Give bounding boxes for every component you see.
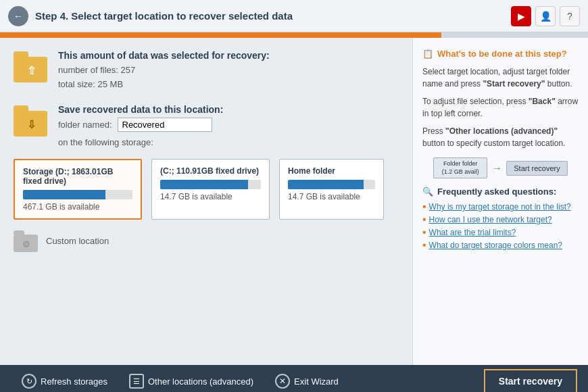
refresh-label: Refresh storages <box>41 376 107 387</box>
storage-c-title: (C:; 110.91GB fixed drive) <box>160 166 261 176</box>
storage-options: Storage (D:; 1863.01GB fixed drive) 467.… <box>14 159 399 220</box>
left-panel: ⇧ This amount of data was selected for r… <box>0 38 412 365</box>
custom-location[interactable]: ⚙ Custom location <box>14 229 399 252</box>
other-locations-icon: ☰ <box>129 374 144 389</box>
main-content: ⇧ This amount of data was selected for r… <box>0 38 588 365</box>
help-button[interactable]: ? <box>560 6 580 26</box>
other-locations-button[interactable]: ☰ Other locations (advanced) <box>118 365 264 392</box>
save-section: ⇩ Save recovered data to this location: … <box>14 104 399 150</box>
step-label: Step 4. <box>35 10 71 22</box>
preview-start-recovery-button[interactable]: Start recovery <box>506 161 567 176</box>
right-desc3: Press "Other locations (advanced)" butto… <box>422 125 579 149</box>
back-button[interactable]: ← <box>8 6 28 26</box>
refresh-storages-button[interactable]: ↻ Refresh storages <box>11 365 118 392</box>
folder-download-icon: ⇩ <box>14 104 49 137</box>
faq-link-4[interactable]: What do target storage colors mean? <box>429 241 562 250</box>
what-title: What's to be done at this step? <box>437 49 567 59</box>
start-recovery-button[interactable]: Start recovery <box>484 369 577 392</box>
refresh-icon: ↻ <box>22 374 36 389</box>
right-panel: 📋 What's to be done at this step? Select… <box>412 38 588 365</box>
footer: ↻ Refresh storages ☰ Other locations (ad… <box>0 365 588 392</box>
header-icons: ▶ 👤 ? <box>511 6 580 26</box>
storage-c-available: 14.7 GB is available <box>160 192 261 201</box>
storage-home-bar-bg <box>288 180 375 189</box>
storage-home-available: 14.7 GB is available <box>288 192 375 201</box>
files-info: number of files: 257 <box>58 64 270 78</box>
data-selected-text: This amount of data was selected for rec… <box>58 50 270 92</box>
data-selected-title: This amount of data was selected for rec… <box>58 50 270 61</box>
faq-item-2: • How can I use the network target? <box>422 215 579 225</box>
storage-d-bar-bg <box>23 190 132 199</box>
progress-bar <box>0 32 588 38</box>
folder-name-input[interactable] <box>118 118 212 132</box>
save-title: Save recovered data to this location: <box>58 104 223 115</box>
right-desc1: Select target location, adjust target fo… <box>422 66 579 90</box>
storage-home-bar-fill <box>288 180 364 189</box>
save-section-text: Save recovered data to this location: fo… <box>58 104 223 150</box>
faq-link-2[interactable]: How can I use the network target? <box>429 215 552 224</box>
other-locations-label: Other locations (advanced) <box>148 376 253 387</box>
right-content: Select target location, adjust target fo… <box>422 66 579 149</box>
storage-label: on the following storage: <box>58 136 223 150</box>
faq-title-text: Frequently asked questions: <box>437 187 556 197</box>
exit-label: Exit Wizard <box>294 376 339 387</box>
folder-name-row: folder named: <box>58 118 223 132</box>
faq-dot-2: • <box>422 214 426 225</box>
right-preview: Folder folder(1.2 GB avail) → Start reco… <box>422 157 579 178</box>
storage-card-d[interactable]: Storage (D:; 1863.01GB fixed drive) 467.… <box>14 159 142 220</box>
what-icon: 📋 <box>422 49 433 59</box>
custom-location-label: Custom location <box>46 236 109 246</box>
faq-item-4: • What do target storage colors mean? <box>422 241 579 251</box>
right-desc2: To adjust file selection, press "Back" a… <box>422 95 579 120</box>
header-title: Step 4. Select target location to recove… <box>35 10 293 22</box>
preview-folder-button[interactable]: Folder folder(1.2 GB avail) <box>433 157 487 178</box>
storage-d-bar-fill <box>23 190 105 199</box>
faq-link-1[interactable]: Why is my target storage not in the list… <box>429 202 571 212</box>
custom-location-icon: ⚙ <box>14 229 39 252</box>
faq-icon: 🔍 <box>422 187 433 197</box>
progress-bar-fill <box>0 32 441 38</box>
storage-card-home[interactable]: Home folder 14.7 GB is available <box>279 159 384 220</box>
storage-d-title: Storage (D:; 1863.01GB fixed drive) <box>23 167 132 186</box>
data-selected-section: ⇧ This amount of data was selected for r… <box>14 50 399 92</box>
exit-wizard-button[interactable]: ✕ Exit Wizard <box>264 365 349 392</box>
size-info: total size: 25 MB <box>58 78 270 92</box>
storage-card-c[interactable]: (C:; 110.91GB fixed drive) 14.7 GB is av… <box>151 159 270 220</box>
storage-d-available: 467.1 GB is available <box>23 202 132 212</box>
what-title-row: 📋 What's to be done at this step? <box>422 49 579 59</box>
storage-c-bar-bg <box>160 180 261 189</box>
storage-c-bar-fill <box>160 180 248 189</box>
faq-dot-1: • <box>422 201 426 212</box>
exit-icon: ✕ <box>275 374 290 389</box>
start-recovery-label: Start recovery <box>499 376 562 387</box>
folder-upload-icon: ⇧ <box>14 50 49 82</box>
faq-item-1: • Why is my target storage not in the li… <box>422 202 579 212</box>
header-title-text: Select target location to recover select… <box>71 10 293 22</box>
user-button[interactable]: 👤 <box>535 6 556 26</box>
faq-title: 🔍 Frequently asked questions: <box>422 187 579 197</box>
header: ← Step 4. Select target location to reco… <box>0 0 588 32</box>
faq-dot-4: • <box>422 240 426 251</box>
storage-home-title: Home folder <box>288 166 375 176</box>
faq-dot-3: • <box>422 227 426 238</box>
folder-label: folder named: <box>58 120 112 130</box>
faq-link-3[interactable]: What are the trial limits? <box>429 228 516 237</box>
faq-section: 🔍 Frequently asked questions: • Why is m… <box>422 187 579 251</box>
faq-item-3: • What are the trial limits? <box>422 228 579 238</box>
preview-arrow-icon: → <box>491 162 502 174</box>
youtube-button[interactable]: ▶ <box>511 6 531 26</box>
